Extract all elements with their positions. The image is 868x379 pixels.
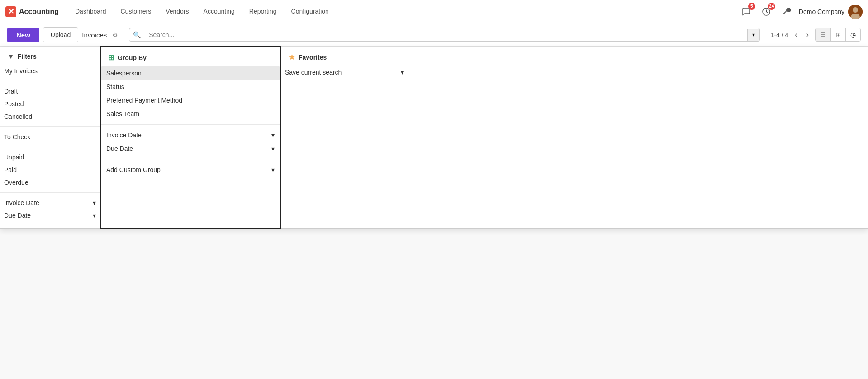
group-invoice-date[interactable]: Invoice Date ▾ [101,128,280,142]
svg-point-4 [853,7,858,13]
filter-overdue[interactable]: Overdue [0,176,100,189]
search-dropdown-panel: ▼ Filters My Invoices Draft Posted Cance… [0,47,868,229]
group-by-title: ⊞ Group By [101,53,280,66]
chevron-down-icon-6: ▾ [401,69,404,76]
filter-unpaid[interactable]: Unpaid [0,151,100,164]
filter-cancelled[interactable]: Cancelled [0,110,100,123]
page-title: Invoices [82,31,107,39]
filter-draft[interactable]: Draft [0,85,100,98]
group-status[interactable]: Status [101,80,280,94]
settings-icon[interactable]: ⚙ [112,31,118,38]
upload-button[interactable]: Upload [43,27,78,42]
pagination-text: 1-4 / 4 [771,31,789,38]
layers-icon: ⊞ [108,53,114,62]
favorites-panel: ★ Favorites Save current search ▾ [281,47,408,228]
nav-right: 5 24 Demo Company [739,5,863,19]
group-by-panel: ⊞ Group By Salesperson Status Preferred … [100,46,281,229]
favorites-title: ★ Favorites [281,53,408,66]
filter-paid[interactable]: Paid [0,164,100,176]
nav-link-vendors[interactable]: Vendors [158,0,196,23]
funnel-icon: ▼ [8,53,14,60]
group-payment-method[interactable]: Preferred Payment Method [101,94,280,107]
chevron-down-icon-4: ▾ [271,145,275,152]
main-content: Tax Excluded Total Payment Status ⇅ [0,47,868,379]
group-due-date[interactable]: Due Date ▾ [101,142,280,155]
filter-invoice-date[interactable]: Invoice Date ▾ [0,197,100,209]
chevron-down-icon-2: ▾ [93,212,96,219]
filter-my-invoices[interactable]: My Invoices [0,65,100,77]
next-page-button[interactable]: › [804,30,811,40]
search-input[interactable] [144,28,747,41]
activity-view-button[interactable]: ◷ [846,28,860,41]
view-switcher: ☰ ⊞ ◷ [815,28,861,42]
group-add-custom[interactable]: Add Custom Group ▾ [101,163,280,177]
nav-links: Dashboard Customers Vendors Accounting R… [68,0,739,23]
search-icon: 🔍 [129,28,144,41]
group-salesperson[interactable]: Salesperson [101,66,280,80]
prev-page-button[interactable]: ‹ [792,30,800,40]
star-icon: ★ [289,53,295,61]
chevron-down-icon-3: ▾ [271,131,275,139]
kanban-view-button[interactable]: ⊞ [831,28,846,41]
brand-name: Accounting [19,8,59,16]
chat-button[interactable]: 5 [739,5,754,19]
filter-to-check[interactable]: To Check [0,131,100,143]
clock-badge: 24 [768,3,775,10]
new-button[interactable]: New [7,28,39,42]
avatar [848,5,863,19]
chevron-down-icon: ▾ [93,199,96,206]
toolbar: New Upload Invoices ⚙ 🔍 ▾ 1-4 / 4 ‹ › ☰ … [0,23,868,47]
company-selector[interactable]: Demo Company [799,5,863,19]
wrench-icon [782,7,791,16]
pagination: 1-4 / 4 ‹ › [771,30,811,40]
clock-button[interactable]: 24 [759,5,773,19]
brand[interactable]: ✕ Accounting [5,6,59,17]
nav-link-accounting[interactable]: Accounting [196,0,242,23]
nav-link-configuration[interactable]: Configuration [284,0,336,23]
filter-due-date[interactable]: Due Date ▾ [0,209,100,222]
search-dropdown-button[interactable]: ▾ [747,29,759,41]
nav-link-reporting[interactable]: Reporting [242,0,284,23]
top-nav: ✕ Accounting Dashboard Customers Vendors… [0,0,868,23]
nav-link-dashboard[interactable]: Dashboard [68,0,114,23]
search-area: 🔍 ▾ [129,28,759,42]
brand-icon: ✕ [5,6,16,17]
chat-badge: 5 [748,3,755,10]
filters-panel: ▼ Filters My Invoices Draft Posted Cance… [0,47,100,228]
fav-save-search[interactable]: Save current search ▾ [281,66,408,79]
chevron-down-icon-5: ▾ [271,166,275,173]
nav-link-customers[interactable]: Customers [114,0,159,23]
filters-title: ▼ Filters [0,53,100,65]
list-view-button[interactable]: ☰ [816,28,831,41]
filter-posted[interactable]: Posted [0,98,100,110]
wrench-button[interactable] [779,5,793,19]
svg-text:✕: ✕ [8,8,14,15]
group-sales-team[interactable]: Sales Team [101,107,280,121]
